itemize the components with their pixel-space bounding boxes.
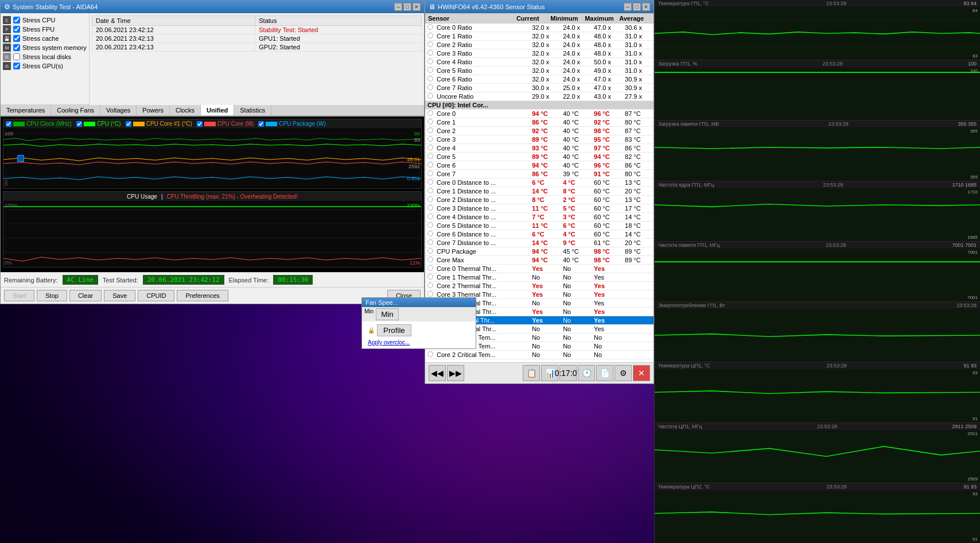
- tab-cooling[interactable]: Cooling Fans: [51, 105, 100, 115]
- sensor-average-33: [623, 308, 654, 316]
- sensor-average-38: [623, 351, 654, 359]
- sensor-maximum-10: 96 °C: [592, 110, 623, 118]
- sensor-name-25: Core 7 Distance to ...: [425, 239, 530, 247]
- battery-value: AC Line: [63, 275, 98, 285]
- aida64-minimize-btn[interactable]: ─: [394, 3, 402, 11]
- fan-apply-link[interactable]: Apply overcloc...: [368, 339, 410, 346]
- stress-fpu-checkbox[interactable]: [13, 26, 20, 33]
- fpu-icon: F: [3, 25, 11, 33]
- profile-button[interactable]: Profile: [377, 324, 411, 336]
- stress-memory-checkbox[interactable]: [13, 44, 20, 51]
- stress-cpu-checkbox[interactable]: [13, 17, 20, 24]
- hwinfo-header-row: Sensor Current Minimum Maximum Average: [426, 14, 654, 24]
- sensor-current-1: 32.0 x: [530, 32, 561, 41]
- start-button[interactable]: Start: [4, 290, 34, 301]
- hwinfo-close-btn[interactable]: ✕: [642, 3, 650, 11]
- stress-gpus-checkbox[interactable]: [13, 63, 20, 69]
- legend-cpu-temp-check[interactable]: [76, 121, 82, 127]
- sensor-name-23: Core 5 Distance to ...: [425, 222, 530, 230]
- sensor-maximum-22: 60 °C: [592, 213, 623, 222]
- gpu-chart-4-vals: 7001 7001: [952, 242, 977, 248]
- tab-temperatures[interactable]: Temperatures: [1, 105, 51, 115]
- fan-popup-minmax: Min Min: [362, 307, 476, 321]
- hwinfo-export-btn[interactable]: 📄: [596, 365, 613, 381]
- hwinfo-row-24: Core 6 Distance to ... 6 °C 4 °C 60 °C 1…: [425, 230, 654, 239]
- clear-button[interactable]: Clear: [69, 290, 102, 301]
- save-button[interactable]: Save: [104, 290, 135, 301]
- aida64-maximize-btn[interactable]: □: [403, 3, 411, 11]
- hwinfo-clock-btn[interactable]: 🕐: [578, 365, 595, 381]
- aida64-close-btn[interactable]: ✕: [413, 3, 421, 11]
- sensor-maximum-24: 60 °C: [592, 230, 623, 239]
- log-row-2: 20.06.2021 23:42:13 GPU1: Started: [92, 34, 422, 43]
- gpu-chart-8-header: Температура ЦП2, °С 23:53:28 91 93: [655, 483, 980, 490]
- tab-statistics[interactable]: Statistics: [234, 105, 271, 115]
- gpu-chart-3-r-top: 1710: [967, 189, 978, 195]
- chart2-svg: [3, 201, 421, 267]
- stop-button[interactable]: Stop: [37, 290, 67, 301]
- hwinfo-prev-btn[interactable]: ◀◀: [429, 365, 446, 381]
- gpu-chart-1-time: 23:53:28: [823, 61, 843, 67]
- sensor-average-22: 14 °C: [623, 213, 654, 222]
- sensor-maximum-21: 60 °C: [592, 204, 623, 213]
- sensor-average-31: [623, 290, 654, 299]
- tab-unified[interactable]: Unified: [201, 105, 234, 115]
- gpu-chart-8-label: Температура ЦП2, °С: [658, 484, 710, 490]
- hwinfo-stop-btn[interactable]: ✕: [633, 365, 650, 381]
- gpu-chart-7-r-top: 2911: [967, 431, 978, 436]
- sensor-minimum-19: 8 °C: [561, 187, 592, 196]
- legend-cpu-core1-check[interactable]: [126, 121, 131, 127]
- hwinfo-sensor-table: Sensor Current Minimum Maximum Average: [425, 13, 654, 24]
- sensor-average-3: 31.0 x: [623, 49, 654, 58]
- cpuid-button[interactable]: CPUID: [138, 290, 174, 301]
- hwinfo-settings-btn[interactable]: ⚙: [615, 365, 632, 381]
- aida64-win-controls: ─ □ ✕: [394, 3, 421, 11]
- sensor-name-7: Core 7 Ratio: [425, 84, 530, 92]
- hwinfo-row-0: Core 0 Ratio 32.0 x 24.0 x 47.0 x 30.6 x: [425, 24, 654, 32]
- sensor-current-24: 6 °C: [530, 230, 561, 239]
- hwinfo-row-12: Core 2 92 °C 40 °C 98 °C 87 °C: [425, 127, 654, 135]
- stress-cache-checkbox[interactable]: [13, 35, 20, 42]
- tab-powers[interactable]: Powers: [137, 105, 170, 115]
- hwinfo-row-21: Core 3 Distance to ... 11 °C 5 °C 60 °C …: [425, 204, 654, 213]
- tab-voltages[interactable]: Voltages: [100, 105, 137, 115]
- chart2-val-100: 100%: [407, 203, 420, 208]
- sensor-minimum-3: 24.0 x: [561, 49, 592, 58]
- legend-cpu-clock-check[interactable]: [6, 121, 11, 127]
- gpu-chart-1-header: Загрузка ГП1, % 23:53:28 100: [655, 60, 980, 67]
- sensor-average-0: 30.6 x: [623, 24, 654, 32]
- preferences-button[interactable]: Preferences: [177, 290, 228, 301]
- sensor-minimum-4: 24.0 x: [561, 58, 592, 67]
- gpu-chart-0-canvas: 84 83: [655, 7, 980, 60]
- hwinfo-copy-btn[interactable]: 📋: [523, 365, 540, 381]
- chart1-y-bot: 0: [5, 181, 7, 187]
- sensor-name-12: Core 2: [425, 127, 530, 135]
- hwinfo-title-text: HWiNFO64 v6.42-4360 Sensor Status: [438, 3, 545, 10]
- hwinfo-minimize-btn[interactable]: ─: [624, 3, 632, 11]
- stress-disks-checkbox[interactable]: [13, 53, 20, 60]
- hwinfo-row-15: Core 5 89 °C 40 °C 94 °C 82 °C: [425, 153, 654, 161]
- gpu-chart-6-vals: 91 93: [963, 363, 977, 369]
- hwinfo-row-4: Core 4 Ratio 32.0 x 24.0 x 50.0 x 31.0 x: [425, 58, 654, 67]
- hwinfo-col-current: Current: [514, 14, 547, 24]
- sensor-maximum-14: 97 °C: [592, 144, 623, 153]
- fan-min-btn[interactable]: Min: [376, 308, 398, 320]
- legend-cpu-package: CPU Package (W): [258, 121, 326, 127]
- hwinfo-row-14: Core 4 93 °C 40 °C 97 °C 86 °C: [425, 144, 654, 153]
- sensor-current-19: 14 °C: [530, 187, 561, 196]
- hwinfo-next-btn[interactable]: ▶▶: [447, 365, 464, 381]
- legend-cpu-corem-check[interactable]: [197, 121, 203, 127]
- sensor-current-29: No: [530, 273, 561, 282]
- legend-cpu-package-check[interactable]: [258, 121, 264, 127]
- gpu-chart-0: Температура ГП1, °С 23:53:28 83 84 84 83: [655, 0, 980, 60]
- sensor-name-8: Uncore Ratio: [425, 92, 530, 101]
- hwinfo-row-11: Core 1 86 °C 40 °C 92 °C 80 °C: [425, 118, 654, 127]
- fan-popup-content: 🔒 Profile Apply overcloc...: [362, 321, 476, 348]
- sensor-name-10: Core 0: [425, 110, 530, 118]
- hwinfo-maximize-btn[interactable]: □: [633, 3, 641, 11]
- sensor-maximum-36: No: [592, 333, 623, 342]
- chart2-title-usage: CPU Usage: [127, 193, 157, 200]
- sensor-average-23: 18 °C: [623, 222, 654, 230]
- sensor-name-4: Core 4 Ratio: [425, 58, 530, 67]
- tab-clocks[interactable]: Clocks: [170, 105, 201, 115]
